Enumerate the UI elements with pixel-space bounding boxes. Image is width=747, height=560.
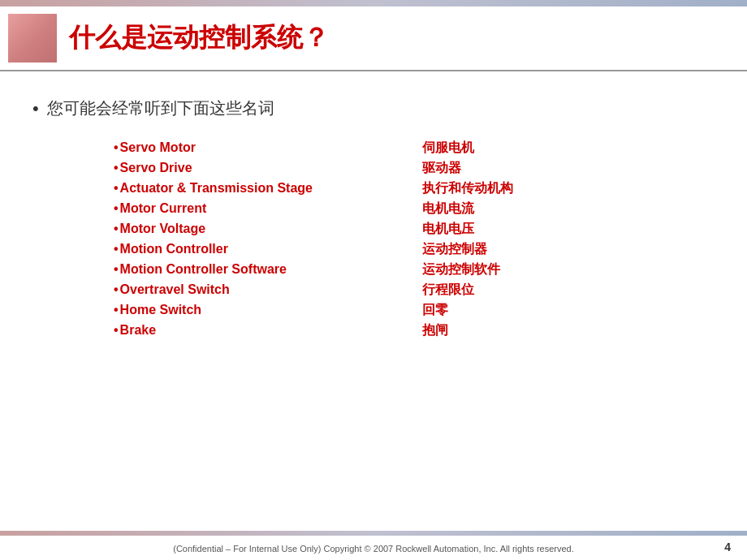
term-chinese-text: 抱闸 xyxy=(422,322,448,339)
term-chinese-text: 回零 xyxy=(422,302,448,319)
term-english: •Actuator & Transmission Stage xyxy=(114,181,390,196)
term-row: •Actuator & Transmission Stage执行和传动机构 xyxy=(114,180,715,197)
term-english-text: Motor Current xyxy=(120,201,207,216)
term-bullet-icon: • xyxy=(114,282,119,297)
term-english: •Brake xyxy=(114,323,390,338)
term-bullet-icon: • xyxy=(114,140,119,155)
main-bullet-label: 您可能会经常听到下面这些名词 xyxy=(47,97,274,119)
term-bullet-icon: • xyxy=(114,242,119,256)
term-bullet-icon: • xyxy=(114,222,119,236)
term-english-text: Motion Controller Software xyxy=(120,262,287,277)
page-title: 什么是运动控制系统？ xyxy=(69,20,329,56)
term-row: •Servo Motor伺服电机 xyxy=(114,140,715,157)
term-row: •Motor Current电机电流 xyxy=(114,200,715,218)
term-row: •Home Switch回零 xyxy=(114,302,715,319)
term-english-text: Actuator & Transmission Stage xyxy=(120,181,313,196)
term-chinese-text: 运动控制软件 xyxy=(422,261,500,278)
term-english-text: Home Switch xyxy=(120,303,201,317)
term-chinese-text: 电机电压 xyxy=(422,221,474,238)
footer-text: (Confidential – For Internal Use Only) C… xyxy=(0,544,747,554)
term-chinese-text: 驱动器 xyxy=(422,160,461,177)
page-number: 4 xyxy=(724,541,731,554)
term-chinese-text: 电机电流 xyxy=(422,200,474,218)
term-bullet-icon: • xyxy=(114,161,119,175)
term-row: •Motion Controller运动控制器 xyxy=(114,241,715,258)
term-english-text: Servo Drive xyxy=(120,161,192,175)
terms-list: •Servo Motor伺服电机•Servo Drive驱动器•Actuator… xyxy=(32,140,715,339)
main-content: 您可能会经常听到下面这些名词 •Servo Motor伺服电机•Servo Dr… xyxy=(0,81,747,355)
term-english: •Motion Controller Software xyxy=(114,262,390,277)
header: 什么是运动控制系统？ xyxy=(0,6,747,71)
term-row: •Motor Voltage电机电压 xyxy=(114,221,715,238)
term-english: •Home Switch xyxy=(114,303,390,317)
term-bullet-icon: • xyxy=(114,181,119,196)
main-bullet-text: 您可能会经常听到下面这些名词 xyxy=(32,97,715,119)
term-bullet-icon: • xyxy=(114,303,119,317)
term-english-text: Motor Voltage xyxy=(120,222,205,236)
term-english-text: Overtravel Switch xyxy=(120,282,230,297)
term-english-text: Brake xyxy=(120,323,156,338)
term-english-text: Servo Motor xyxy=(120,140,196,155)
term-row: •Motion Controller Software运动控制软件 xyxy=(114,261,715,278)
term-english: •Overtravel Switch xyxy=(114,282,390,297)
term-bullet-icon: • xyxy=(114,201,119,216)
term-chinese-text: 运动控制器 xyxy=(422,241,487,258)
bottom-bar xyxy=(0,531,747,536)
term-row: •Brake抱闸 xyxy=(114,322,715,339)
term-chinese-text: 伺服电机 xyxy=(422,140,474,157)
term-bullet-icon: • xyxy=(114,323,119,338)
term-english-text: Motion Controller xyxy=(120,242,228,256)
term-chinese-text: 行程限位 xyxy=(422,282,474,299)
term-english: •Motor Voltage xyxy=(114,222,390,236)
term-english: •Servo Drive xyxy=(114,161,390,175)
term-english: •Motor Current xyxy=(114,201,390,216)
top-bar xyxy=(0,0,747,6)
term-english: •Servo Motor xyxy=(114,140,390,155)
term-chinese-text: 执行和传动机构 xyxy=(422,180,513,197)
term-bullet-icon: • xyxy=(114,262,119,277)
term-row: •Servo Drive驱动器 xyxy=(114,160,715,177)
term-row: •Overtravel Switch行程限位 xyxy=(114,282,715,299)
header-icon xyxy=(8,14,57,62)
term-english: •Motion Controller xyxy=(114,242,390,256)
